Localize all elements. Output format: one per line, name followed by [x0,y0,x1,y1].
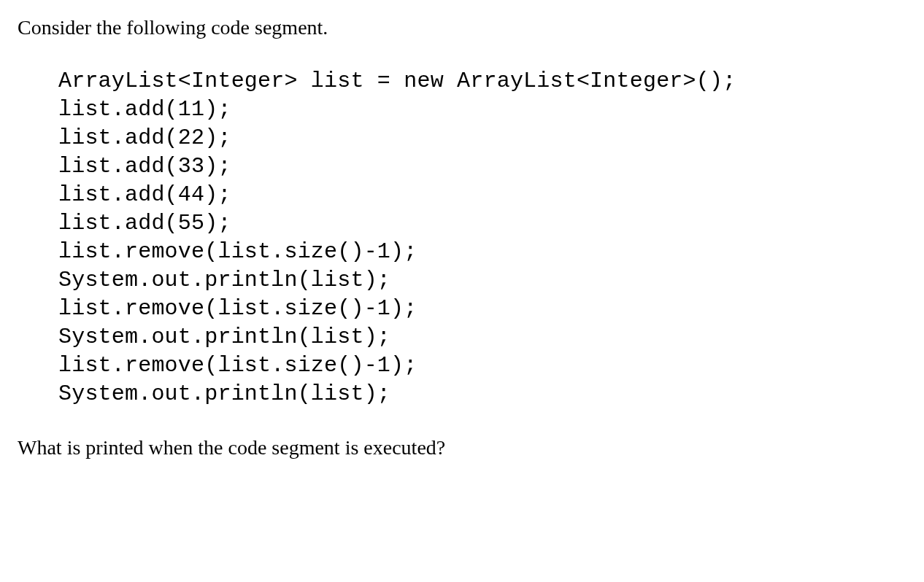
code-line: list.remove(list.size()-1); [58,239,417,264]
code-line: list.add(44); [58,182,231,207]
code-line: System.out.println(list); [58,268,390,292]
code-line: list.remove(list.size()-1); [58,353,417,378]
code-line: list.add(22); [58,125,231,150]
code-segment: ArrayList<Integer> list = new ArrayList<… [58,67,906,408]
question-intro: Consider the following code segment. [18,15,906,41]
code-line: list.remove(list.size()-1); [58,296,417,321]
code-line: list.add(33); [58,154,231,179]
code-line: ArrayList<Integer> list = new ArrayList<… [58,69,736,93]
code-line: list.add(55); [58,211,231,236]
code-line: list.add(11); [58,97,231,122]
code-line: System.out.println(list); [58,381,390,406]
question-outro: What is printed when the code segment is… [18,435,906,461]
code-line: System.out.println(list); [58,325,390,349]
